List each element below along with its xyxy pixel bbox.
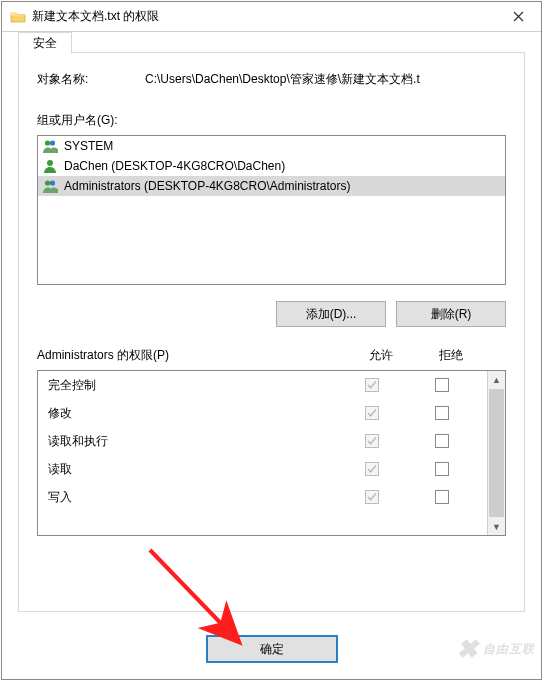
checkbox [365,490,379,504]
principal-row[interactable]: SYSTEM [38,136,505,156]
groups-label: 组或用户名(G): [37,112,506,129]
checkbox [365,434,379,448]
principal-row[interactable]: Administrators (DESKTOP-4KG8CRO\Administ… [38,176,505,196]
checkbox[interactable] [435,406,449,420]
tab-security[interactable]: 安全 [18,32,72,54]
close-icon [513,11,524,22]
permission-row: 修改 [38,399,487,427]
checkbox [365,378,379,392]
scroll-down-icon[interactable]: ▼ [488,518,505,535]
principal-row[interactable]: DaChen (DESKTOP-4KG8CRO\DaChen) [38,156,505,176]
object-name-value: C:\Users\DaChen\Desktop\管家速修\新建文本文档.t [145,71,506,88]
permissions-header-label: Administrators 的权限(P) [37,347,346,364]
permission-name: 读取和执行 [48,433,337,450]
permission-name: 完全控制 [48,377,337,394]
principals-list[interactable]: SYSTEMDaChen (DESKTOP-4KG8CRO\DaChen)Adm… [37,135,506,285]
permission-name: 写入 [48,489,337,506]
svg-point-2 [47,160,53,166]
permission-row: 读取和执行 [38,427,487,455]
principal-name: DaChen (DESKTOP-4KG8CRO\DaChen) [64,159,285,173]
scrollbar[interactable]: ▲ ▼ [487,371,505,535]
permission-name: 修改 [48,405,337,422]
remove-button[interactable]: 删除(R) [396,301,506,327]
svg-point-4 [50,180,55,185]
folder-icon [10,9,26,25]
checkbox[interactable] [435,462,449,476]
user-icon [42,158,58,174]
group-icon [42,178,58,194]
permission-row: 写入 [38,483,487,511]
group-icon [42,138,58,154]
close-button[interactable] [495,2,541,32]
ok-button[interactable]: 确定 [206,635,338,663]
checkbox[interactable] [435,434,449,448]
deny-column-header: 拒绝 [416,347,486,364]
scroll-up-icon[interactable]: ▲ [488,371,505,388]
principal-name: SYSTEM [64,139,113,153]
permission-row: 读取 [38,455,487,483]
permissions-list: 完全控制修改读取和执行读取写入 ▲ ▼ [37,370,506,536]
checkbox [365,406,379,420]
svg-point-3 [45,180,50,185]
dialog-footer: 确定 [2,619,541,679]
window-title: 新建文本文档.txt 的权限 [32,8,495,25]
principal-name: Administrators (DESKTOP-4KG8CRO\Administ… [64,179,351,193]
svg-point-1 [50,140,55,145]
allow-column-header: 允许 [346,347,416,364]
tab-panel: 安全 对象名称: C:\Users\DaChen\Desktop\管家速修\新建… [18,52,525,612]
permission-name: 读取 [48,461,337,478]
checkbox [365,462,379,476]
scroll-thumb[interactable] [489,389,504,517]
add-button[interactable]: 添加(D)... [276,301,386,327]
permission-row: 完全控制 [38,371,487,399]
object-name-label: 对象名称: [37,71,145,88]
checkbox[interactable] [435,490,449,504]
title-bar: 新建文本文档.txt 的权限 [2,2,541,32]
properties-dialog: 新建文本文档.txt 的权限 安全 对象名称: C:\Users\DaChen\… [1,1,542,680]
svg-point-0 [45,140,50,145]
checkbox[interactable] [435,378,449,392]
